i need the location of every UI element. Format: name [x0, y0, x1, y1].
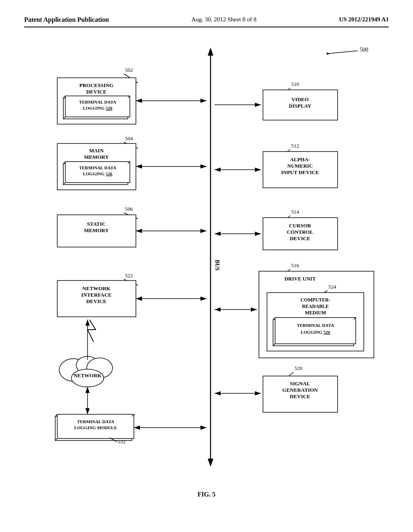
svg-text:PROCESSING: PROCESSING: [79, 82, 114, 88]
svg-text:DEVICE: DEVICE: [86, 89, 107, 95]
svg-text:506: 506: [125, 206, 133, 212]
svg-text:512: 512: [291, 143, 299, 149]
svg-text:MAIN: MAIN: [89, 148, 104, 154]
svg-text:LOGGING
        526: LOGGING 526: [83, 171, 113, 176]
svg-text:LOGGING
        526: LOGGING 526: [83, 106, 113, 110]
page: Patent Application Publication Aug. 30, …: [0, 0, 413, 532]
svg-text:READABLE: READABLE: [302, 303, 329, 309]
svg-text:524: 524: [328, 284, 336, 290]
header-patent-number: US 2012/221949 A1: [339, 16, 389, 23]
svg-text:TERMINAL DATA: TERMINAL DATA: [79, 165, 116, 170]
svg-text:516: 516: [291, 262, 299, 268]
svg-text:510: 510: [291, 81, 299, 87]
svg-text:TERMINAL DATA: TERMINAL DATA: [79, 100, 116, 104]
svg-line-9: [327, 51, 358, 54]
svg-text:DRIVE UNIT: DRIVE UNIT: [284, 276, 316, 282]
svg-text:DEVICE: DEVICE: [290, 235, 311, 241]
header-publication-label: Patent Application Publication: [24, 16, 109, 23]
svg-text:504: 504: [125, 135, 133, 141]
svg-text:514: 514: [291, 209, 299, 215]
svg-text:500: 500: [360, 47, 368, 53]
svg-text:NUMERIC: NUMERIC: [287, 163, 313, 169]
svg-text:SIGNAL: SIGNAL: [290, 380, 310, 387]
header-date-sheet: Aug. 30, 2012 Sheet 8 of 8: [191, 16, 257, 23]
diagram: BUS 500 502 PROCESSING DEVICE TERMINAL D…: [25, 39, 388, 483]
svg-text:INTERFACE: INTERFACE: [81, 292, 112, 298]
svg-text:NETWORK: NETWORK: [73, 372, 102, 378]
svg-text:502: 502: [125, 67, 133, 73]
svg-text:COMPUTER-: COMPUTER-: [300, 297, 330, 303]
svg-text:DEVICE: DEVICE: [86, 298, 107, 304]
svg-marker-6: [208, 459, 213, 467]
page-header: Patent Application Publication Aug. 30, …: [24, 16, 389, 27]
svg-text:MEMORY: MEMORY: [84, 227, 109, 233]
svg-text:NETWORK: NETWORK: [82, 285, 111, 291]
svg-text:MEDIUM: MEDIUM: [305, 310, 326, 316]
svg-text:ALPHA-: ALPHA-: [290, 156, 310, 162]
svg-marker-10: [327, 52, 330, 55]
svg-text:CONTROL: CONTROL: [287, 229, 313, 235]
svg-text:VIDEO: VIDEO: [292, 96, 309, 102]
svg-text:DEVICE: DEVICE: [290, 393, 311, 399]
svg-text:LOGGING
        526: LOGGING 526: [300, 330, 330, 335]
svg-text:CURSOR: CURSOR: [289, 222, 312, 229]
svg-text:BUS: BUS: [214, 260, 220, 270]
figure-caption: FIG. 5: [24, 491, 389, 498]
svg-text:TERMINAL DATA: TERMINAL DATA: [297, 323, 334, 328]
svg-text:GENERATION: GENERATION: [282, 387, 318, 393]
svg-text:522: 522: [125, 272, 133, 278]
svg-text:LOGGING MODULE: LOGGING MODULE: [74, 425, 117, 430]
svg-text:STATIC: STATIC: [87, 221, 106, 227]
svg-text:532: 532: [118, 438, 126, 445]
svg-marker-5: [208, 48, 213, 56]
svg-text:520: 520: [294, 365, 302, 371]
svg-text:INPUT DEVICE: INPUT DEVICE: [281, 169, 319, 175]
svg-text:DISPLAY: DISPLAY: [289, 103, 311, 109]
svg-text:MEMORY: MEMORY: [84, 154, 109, 160]
svg-text:TERMINAL DATA: TERMINAL DATA: [77, 419, 114, 424]
